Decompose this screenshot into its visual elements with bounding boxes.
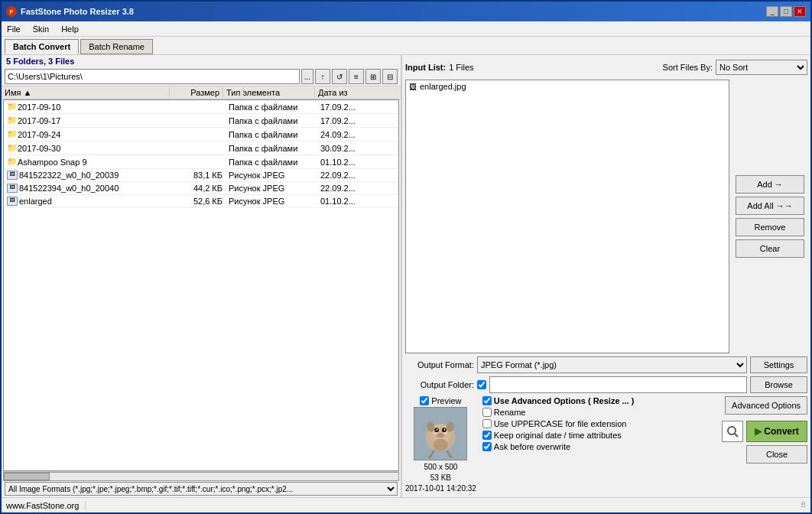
path-bar: ... ↑ ↺ ≡ ⊞ ⊟ [2, 67, 401, 86]
resize-grip: ⠿ [801, 501, 806, 509]
output-folder-input[interactable] [489, 376, 747, 393]
list-item[interactable]: 📁 2017-09-24 Папка с файлами 24.09.2... [4, 128, 398, 142]
ask-overwrite-checkbox[interactable] [482, 442, 492, 451]
view-details-icon[interactable]: ≡ [349, 69, 364, 84]
status-text: www.FastStone.org [6, 501, 86, 510]
col-header-date[interactable]: Дата из [315, 87, 376, 98]
rename-checkbox[interactable] [482, 408, 492, 417]
svg-point-13 [434, 439, 448, 451]
list-item[interactable]: 🖼 enlarged 52,6 КБ Рисунок JPEG 01.10.2.… [4, 195, 398, 208]
clear-button[interactable]: Clear [736, 239, 804, 258]
main-window: F FastStone Photo Resizer 3.8 _ □ ✕ File… [0, 0, 812, 514]
input-list-count: 1 Files [449, 63, 473, 72]
add-all-button[interactable]: Add All →→ [736, 197, 804, 215]
ask-overwrite-label: Ask before overwrite [494, 442, 570, 451]
preview-kb: 53 KB [405, 473, 476, 483]
app-icon: F [6, 6, 17, 17]
list-item[interactable]: 📁 2017-09-17 Папка с файлами 17.09.2... [4, 114, 398, 128]
nav-refresh-icon[interactable]: ↺ [332, 69, 347, 84]
list-item[interactable]: 📁 Ashampoo Snap 9 Папка с файлами 01.10.… [4, 155, 398, 169]
folder-icon: 📁 [7, 157, 18, 167]
list-item[interactable]: 🖼 841522322_w0_h0_20039 83,1 КБ Рисунок … [4, 169, 398, 182]
right-panel: Input List: 1 Files Sort Files By: No So… [402, 55, 810, 497]
svg-point-8 [444, 429, 446, 431]
menu-skin[interactable]: Skin [31, 24, 51, 34]
input-list-box[interactable]: 🖼 enlarged.jpg [405, 80, 729, 353]
use-advanced-label: Use Advanced Options ( Resize ... ) [494, 396, 635, 405]
output-folder-label: Output Folder: [405, 380, 474, 389]
output-format-row: Output Format: JPEG Format (*.jpg) Setti… [405, 356, 807, 373]
browse-path-button[interactable]: ... [301, 69, 313, 84]
maximize-button[interactable]: □ [780, 6, 792, 17]
preview-image [414, 407, 467, 460]
col-header-type[interactable]: Тип элемента [223, 87, 315, 98]
input-item-icon: 🖼 [409, 83, 417, 91]
minimize-button[interactable]: _ [766, 6, 778, 17]
preview-date: 2017-10-01 14:20:32 [405, 483, 476, 494]
format-filter-select[interactable]: All Image Formats (*.jpg;*.jpe;*.jpeg;*.… [5, 482, 398, 496]
col-header-name[interactable]: Имя ▲ [2, 87, 170, 98]
preview-icon-button[interactable] [722, 421, 743, 442]
left-panel: 5 Folders, 3 Files ... ↑ ↺ ≡ ⊞ ⊟ Имя ▲ Р… [2, 55, 401, 497]
preview-checkbox[interactable] [420, 396, 429, 405]
convert-button[interactable]: ▶ Convert [746, 421, 807, 442]
options-section: Use Advanced Options ( Resize ... ) Rena… [482, 396, 716, 451]
use-advanced-checkbox[interactable] [482, 396, 492, 405]
output-folder-checkbox[interactable] [477, 380, 486, 389]
file-list[interactable]: 📁 2017-09-10 Папка с файлами 17.09.2... … [3, 99, 399, 471]
menu-file[interactable]: File [5, 24, 23, 34]
status-bar: www.FastStone.org ⠿ [2, 497, 810, 512]
image-file-icon: 🖼 [7, 184, 18, 193]
bottom-options: Preview [405, 396, 807, 494]
view-grid-icon[interactable]: ⊟ [382, 69, 398, 84]
settings-button[interactable]: Settings [750, 356, 807, 373]
path-input[interactable] [5, 69, 300, 84]
output-folder-row: Output Folder: Browse [405, 376, 807, 393]
tab-batch-convert[interactable]: Batch Convert [5, 39, 79, 54]
preview-section: Preview [405, 396, 476, 494]
svg-line-15 [735, 434, 738, 437]
input-list-label: Input List: [405, 63, 446, 72]
svg-point-7 [437, 429, 438, 431]
list-item[interactable]: 📁 2017-09-30 Папка с файлами 30.09.2... [4, 142, 398, 155]
play-icon: ▶ [755, 426, 762, 437]
close-button[interactable]: Close [746, 445, 807, 464]
nav-up-icon[interactable]: ↑ [315, 69, 330, 84]
svg-point-14 [728, 427, 736, 434]
input-item-name: enlarged.jpg [420, 82, 466, 91]
advanced-options-button[interactable]: Advanced Options [725, 396, 807, 415]
svg-point-10 [439, 434, 443, 438]
add-button[interactable]: Add → [736, 175, 804, 194]
uppercase-checkbox[interactable] [482, 419, 492, 428]
remove-button[interactable]: Remove [736, 218, 804, 236]
input-list-header: Input List: 1 Files Sort Files By: No So… [405, 58, 807, 76]
title-bar: F FastStone Photo Resizer 3.8 _ □ ✕ [2, 2, 810, 21]
file-list-header: Имя ▲ Размер Тип элемента Дата из [2, 86, 401, 99]
content-area: 5 Folders, 3 Files ... ↑ ↺ ≡ ⊞ ⊟ Имя ▲ Р… [2, 54, 810, 497]
file-count: 5 Folders, 3 Files [2, 55, 401, 67]
tab-batch-rename[interactable]: Batch Rename [80, 39, 153, 54]
preview-thumbnail [414, 408, 466, 460]
sort-select[interactable]: No Sort [716, 60, 807, 75]
uppercase-label: Use UPPERCASE for file extension [494, 419, 627, 428]
list-item[interactable]: 📁 2017-09-10 Папка с файлами 17.09.2... [4, 100, 398, 114]
keep-date-checkbox[interactable] [482, 431, 492, 440]
tabs-bar: Batch Convert Batch Rename [2, 37, 810, 54]
menu-help[interactable]: Help [59, 24, 81, 34]
folder-icon: 📁 [7, 143, 18, 153]
window-title: FastStone Photo Resizer 3.8 [21, 7, 134, 16]
output-format-label: Output Format: [405, 360, 474, 369]
view-list-icon[interactable]: ⊞ [365, 69, 381, 84]
preview-info: 500 x 500 53 KB 2017-10-01 14:20:32 [405, 462, 476, 494]
preview-size: 500 x 500 [405, 462, 476, 473]
rename-label: Rename [494, 408, 526, 417]
col-header-size[interactable]: Размер [170, 87, 223, 98]
browse-button[interactable]: Browse [750, 376, 807, 393]
output-format-select[interactable]: JPEG Format (*.jpg) [477, 356, 747, 373]
folder-icon: 📁 [7, 115, 18, 125]
preview-label: Preview [431, 396, 461, 405]
window-close-button[interactable]: ✕ [794, 6, 806, 17]
image-file-icon: 🖼 [7, 171, 18, 180]
list-item[interactable]: 🖼 841522394_w0_h0_20040 44,2 КБ Рисунок … [4, 182, 398, 195]
horizontal-scrollbar[interactable] [3, 471, 399, 480]
